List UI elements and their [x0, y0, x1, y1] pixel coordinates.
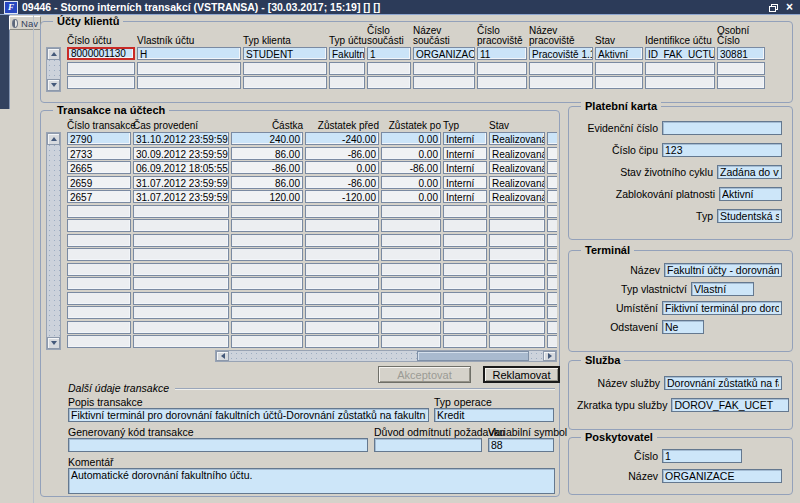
empty-cell [305, 263, 379, 276]
restore-icon[interactable] [766, 2, 779, 13]
accounts-record-scrollbar[interactable] [46, 47, 61, 92]
txn-cell[interactable]: Interní [443, 176, 487, 189]
account-cell[interactable]: Pracoviště 1.1 [529, 47, 593, 60]
empty-cell [547, 292, 557, 305]
empty-cell [367, 76, 411, 89]
account-cell[interactable]: 11 [477, 47, 527, 60]
txn-cell[interactable]: 0.00 [305, 161, 379, 174]
txn-cell[interactable]: 120.00 [231, 190, 303, 203]
txn-cell[interactable]: -86.00 [305, 147, 379, 160]
accept-button[interactable]: Akceptovat [378, 366, 471, 383]
var-symbol-label: Variabilní symbol [488, 426, 567, 438]
empty-cell [137, 62, 241, 75]
odstaveni-input[interactable] [662, 320, 704, 334]
txn-cell[interactable]: 86.00 [231, 176, 303, 189]
hscroll-thumb[interactable] [417, 351, 529, 361]
scroll-left-button[interactable] [216, 351, 229, 361]
nav-tab[interactable]: Nav [9, 16, 41, 30]
txn-cell[interactable]: 0.00 [381, 132, 441, 145]
txn-cell[interactable]: -86.00 [305, 176, 379, 189]
account-cell[interactable]: STUDENT [243, 47, 327, 60]
reclaim-button[interactable]: Reklamovat [483, 366, 560, 383]
cislo-cipu-input[interactable] [662, 143, 782, 157]
service-groupbox: Služba Název služby Zkratka typu služby [568, 360, 793, 430]
txn-cell[interactable]: -86.00 [231, 161, 303, 174]
account-cell[interactable]: ID_FAK_UCTU_4 [645, 47, 715, 60]
empty-cell [595, 76, 643, 89]
komentar-textarea[interactable]: Automatické dorovnání fakultního účtu. [68, 468, 555, 494]
txn-cell[interactable]: 2657 [67, 190, 131, 203]
account-cell[interactable]: H [137, 47, 241, 60]
accounts-header-row: Číslo účtu Vlastník účtu Typ klienta Typ… [67, 24, 765, 46]
empty-cell [595, 62, 643, 75]
typ-operace-input[interactable] [434, 408, 554, 422]
scroll-down-button[interactable] [47, 337, 60, 349]
transactions-hscrollbar[interactable] [215, 350, 557, 362]
poskytovatel-cislo-input[interactable] [662, 449, 742, 463]
txn-cell[interactable]: 2659 [67, 176, 131, 189]
account-cell[interactable]: 8000001130 [67, 47, 135, 60]
zkratka-sluzby-input[interactable] [671, 398, 789, 412]
txn-cell[interactable]: 240.00 [231, 132, 303, 145]
txn-cell[interactable]: 2733 [67, 147, 131, 160]
txn-cell[interactable]: 0.00 [381, 176, 441, 189]
txn-cell[interactable]: 0.00 [381, 190, 441, 203]
empty-cell [489, 205, 545, 218]
typ-karty-input[interactable] [717, 209, 782, 223]
scroll-up-button[interactable] [47, 48, 60, 60]
txn-cell[interactable]: 31.10.2012 23:59:59 [133, 132, 229, 145]
txn-cell[interactable]: -86.00 [381, 161, 441, 174]
transactions-record-scrollbar[interactable] [46, 132, 61, 350]
nazev-sluzby-input[interactable] [664, 376, 782, 390]
terminal-nazev-input[interactable] [664, 263, 782, 277]
empty-cell [231, 277, 303, 290]
txn-cell[interactable]: Realizovaná [489, 176, 545, 189]
txn-cell[interactable]: 2790 [67, 132, 131, 145]
var-symbol-input[interactable] [488, 438, 554, 452]
zablokovani-input[interactable] [719, 187, 782, 201]
account-cell[interactable]: 1 [367, 47, 411, 60]
column-header: Stav [489, 119, 545, 131]
txn-cell[interactable]: Interní [443, 147, 487, 160]
txn-cell[interactable]: 31.07.2012 23:59:59 [133, 176, 229, 189]
account-cell[interactable]: Aktivní [595, 47, 643, 60]
hscroll-track[interactable] [229, 351, 543, 361]
txn-cell[interactable]: Interní [443, 132, 487, 145]
txn-cell[interactable]: Realizovaná [489, 161, 545, 174]
field-row: Název [577, 469, 782, 483]
txn-cell[interactable]: Interní [443, 161, 487, 174]
txn-cell[interactable]: Realizovaná [489, 190, 545, 203]
poskytovatel-nazev-input[interactable] [662, 469, 782, 483]
txn-cell[interactable]: Realizovaná [489, 132, 545, 145]
gen-kod-input[interactable] [68, 438, 368, 452]
account-cell[interactable]: ORGANIZACE [413, 47, 475, 60]
txn-cell[interactable]: 86.00 [231, 147, 303, 160]
txn-cell[interactable]: 31.07.2012 23:59:59 [133, 190, 229, 203]
field-label: Číslo čipu [577, 144, 662, 156]
typ-vlastnictvi-input[interactable] [691, 282, 754, 296]
txn-cell[interactable]: 30.09.2012 23:59:59 [133, 147, 229, 160]
txn-cell[interactable]: 0.00 [381, 147, 441, 160]
scroll-right-button[interactable] [543, 351, 556, 361]
close-icon[interactable]: × [783, 2, 796, 13]
field-row: Evidenční číslo [577, 121, 782, 135]
empty-cell [231, 248, 303, 261]
txn-cell[interactable]: -120.00 [305, 190, 379, 203]
txn-cell[interactable]: Interní [443, 190, 487, 203]
umisteni-input[interactable] [662, 301, 782, 315]
txn-cell[interactable]: 06.09.2012 18:05:55 [133, 161, 229, 174]
txn-cell[interactable]: Realizovaná [489, 147, 545, 160]
evidencni-cislo-input[interactable] [662, 121, 782, 135]
scroll-up-button[interactable] [47, 133, 60, 145]
empty-cell [547, 234, 557, 247]
scroll-down-button[interactable] [47, 79, 60, 91]
txn-cell[interactable]: 2665 [67, 161, 131, 174]
account-cell[interactable]: 30881 [717, 47, 765, 60]
txn-cell-clipped [547, 147, 557, 160]
duvod-input[interactable] [374, 438, 482, 452]
popis-input[interactable] [68, 408, 429, 422]
empty-cell [133, 277, 229, 290]
txn-cell[interactable]: -240.00 [305, 132, 379, 145]
account-cell[interactable]: Fakultní [329, 47, 365, 60]
stav-cyklu-input[interactable] [717, 165, 782, 179]
